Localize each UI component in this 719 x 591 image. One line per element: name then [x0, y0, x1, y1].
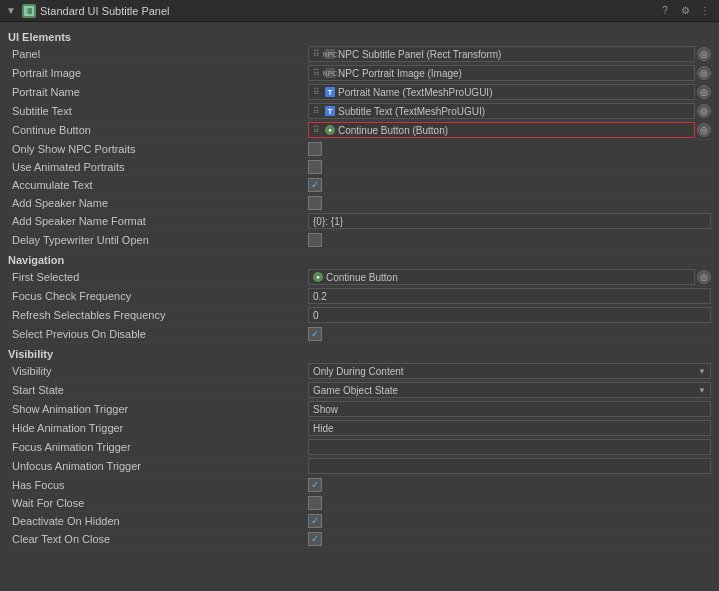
portrait-name-ref-text: Portrait Name (TextMeshProUGUI)	[338, 87, 492, 98]
checkbox-wait-for-close[interactable]	[308, 496, 322, 510]
row-visibility: Visibility Only During Content ▼	[8, 362, 711, 381]
label-visibility: Visibility	[8, 365, 308, 377]
value-has-focus	[308, 478, 711, 492]
value-deactivate-on-hidden	[308, 514, 711, 528]
label-select-prev-disable: Select Previous On Disable	[8, 328, 308, 340]
row-only-show-npc: Only Show NPC Portraits	[8, 140, 711, 158]
continue-button-select-btn[interactable]: ◎	[697, 123, 711, 137]
row-use-animated: Use Animated Portraits	[8, 158, 711, 176]
value-first-selected: ● Continue Button ◎	[308, 269, 711, 285]
checkbox-select-prev-disable[interactable]	[308, 327, 322, 341]
checkbox-only-show-npc[interactable]	[308, 142, 322, 156]
label-continue-button: Continue Button	[8, 124, 308, 136]
label-portrait-image: Portrait Image	[8, 67, 308, 79]
label-show-anim-trigger: Show Animation Trigger	[8, 403, 308, 415]
circle-icon: ●	[325, 125, 335, 135]
subtitle-text-select-btn[interactable]: ◎	[697, 104, 711, 118]
value-clear-text-on-close	[308, 532, 711, 546]
first-selected-select-btn[interactable]: ◎	[697, 270, 711, 284]
field-show-anim-trigger[interactable]: Show	[308, 401, 711, 417]
value-panel: ⠿ NPC NPC Subtitle Panel (Rect Transform…	[308, 46, 711, 62]
title-bar: ▼ Standard UI Subtitle Panel ? ⚙ ⋮	[0, 0, 719, 22]
more-button[interactable]: ⋮	[697, 3, 713, 19]
value-start-state: Game Object State ▼	[308, 382, 711, 398]
field-panel[interactable]: ⠿ NPC NPC Subtitle Panel (Rect Transform…	[308, 46, 695, 62]
checkbox-has-focus[interactable]	[308, 478, 322, 492]
value-delay-typewriter	[308, 233, 711, 247]
label-refresh-selectables: Refresh Selectables Frequency	[8, 309, 308, 321]
dropdown-start-state[interactable]: Game Object State ▼	[308, 382, 711, 398]
portrait-image-select-btn[interactable]: ◎	[697, 66, 711, 80]
row-refresh-selectables: Refresh Selectables Frequency 0	[8, 306, 711, 325]
checkbox-use-animated[interactable]	[308, 160, 322, 174]
value-add-speaker-name	[308, 196, 711, 210]
panel-title: Standard UI Subtitle Panel	[40, 5, 653, 17]
checkbox-delay-typewriter[interactable]	[308, 233, 322, 247]
dots-icon: ⠿	[313, 87, 320, 97]
dropdown-visibility-text: Only During Content	[313, 366, 404, 377]
label-start-state: Start State	[8, 384, 308, 396]
label-add-speaker-name: Add Speaker Name	[8, 197, 308, 209]
row-focus-anim-trigger: Focus Animation Trigger	[8, 438, 711, 457]
value-focus-check-freq: 0.2	[308, 288, 711, 304]
help-button[interactable]: ?	[657, 3, 673, 19]
field-focus-anim-trigger[interactable]	[308, 439, 711, 455]
chevron-down-icon: ▼	[698, 367, 706, 376]
dots-icon: ⠿	[313, 125, 320, 135]
value-only-show-npc	[308, 142, 711, 156]
label-first-selected: First Selected	[8, 271, 308, 283]
field-refresh-selectables[interactable]: 0	[308, 307, 711, 323]
checkbox-clear-text-on-close[interactable]	[308, 532, 322, 546]
value-visibility: Only During Content ▼	[308, 363, 711, 379]
npc-icon: NPC	[325, 49, 335, 59]
value-accumulate-text	[308, 178, 711, 192]
row-has-focus: Has Focus	[8, 476, 711, 494]
component-icon	[22, 4, 36, 18]
value-refresh-selectables: 0	[308, 307, 711, 323]
dropdown-visibility[interactable]: Only During Content ▼	[308, 363, 711, 379]
field-continue-button[interactable]: ⠿ ● Continue Button (Button)	[308, 122, 695, 138]
dropdown-start-state-text: Game Object State	[313, 385, 398, 396]
label-portrait-name: Portrait Name	[8, 86, 308, 98]
value-portrait-image: ⠿ NPC NPC Portrait Image (Image) ◎	[308, 65, 711, 81]
field-focus-check-freq[interactable]: 0.2	[308, 288, 711, 304]
collapse-icon[interactable]: ▼	[6, 5, 16, 16]
row-subtitle-text: Subtitle Text ⠿ T Subtitle Text (TextMes…	[8, 102, 711, 121]
row-accumulate-text: Accumulate Text	[8, 176, 711, 194]
field-speaker-name-format[interactable]: {0}: {1}	[308, 213, 711, 229]
label-has-focus: Has Focus	[8, 479, 308, 491]
label-use-animated: Use Animated Portraits	[8, 161, 308, 173]
settings-button[interactable]: ⚙	[677, 3, 693, 19]
row-focus-check-freq: Focus Check Frequency 0.2	[8, 287, 711, 306]
checkbox-deactivate-on-hidden[interactable]	[308, 514, 322, 528]
inspector-content: UI Elements Panel ⠿ NPC NPC Subtitle Pan…	[0, 22, 719, 591]
value-wait-for-close	[308, 496, 711, 510]
row-select-prev-disable: Select Previous On Disable	[8, 325, 711, 343]
field-first-selected[interactable]: ● Continue Button	[308, 269, 695, 285]
value-subtitle-text: ⠿ T Subtitle Text (TextMeshProUGUI) ◎	[308, 103, 711, 119]
dots-icon: ⠿	[313, 49, 320, 59]
t-icon: T	[325, 106, 335, 116]
row-portrait-name: Portrait Name ⠿ T Portrait Name (TextMes…	[8, 83, 711, 102]
row-panel: Panel ⠿ NPC NPC Subtitle Panel (Rect Tra…	[8, 45, 711, 64]
checkbox-add-speaker-name[interactable]	[308, 196, 322, 210]
label-delay-typewriter: Delay Typewriter Until Open	[8, 234, 308, 246]
label-clear-text-on-close: Clear Text On Close	[8, 533, 308, 545]
row-wait-for-close: Wait For Close	[8, 494, 711, 512]
field-unfocus-anim-trigger[interactable]	[308, 458, 711, 474]
checkbox-accumulate-text[interactable]	[308, 178, 322, 192]
row-deactivate-on-hidden: Deactivate On Hidden	[8, 512, 711, 530]
portrait-name-select-btn[interactable]: ◎	[697, 85, 711, 99]
field-hide-anim-trigger[interactable]: Hide	[308, 420, 711, 436]
panel-select-btn[interactable]: ◎	[697, 47, 711, 61]
field-portrait-image[interactable]: ⠿ NPC NPC Portrait Image (Image)	[308, 65, 695, 81]
subtitle-text-ref-text: Subtitle Text (TextMeshProUGUI)	[338, 106, 485, 117]
chevron-down-icon: ▼	[698, 386, 706, 395]
field-subtitle-text[interactable]: ⠿ T Subtitle Text (TextMeshProUGUI)	[308, 103, 695, 119]
label-accumulate-text: Accumulate Text	[8, 179, 308, 191]
title-bar-actions: ? ⚙ ⋮	[657, 3, 713, 19]
portrait-image-ref-text: NPC Portrait Image (Image)	[338, 68, 462, 79]
field-portrait-name[interactable]: ⠿ T Portrait Name (TextMeshProUGUI)	[308, 84, 695, 100]
circle-icon: ●	[313, 272, 323, 282]
value-select-prev-disable	[308, 327, 711, 341]
